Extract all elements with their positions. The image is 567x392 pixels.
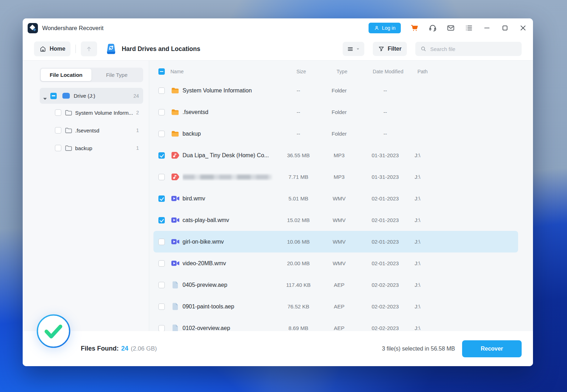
support-headset-icon[interactable] bbox=[428, 24, 437, 32]
folder-icon bbox=[171, 109, 179, 115]
file-date-modified: 02-01-2023 bbox=[359, 195, 412, 201]
row-checkbox[interactable] bbox=[158, 195, 165, 202]
filter-button[interactable]: Filter bbox=[373, 42, 407, 56]
file-date-modified: 02-01-2023 bbox=[359, 239, 412, 245]
file-size: 36.55 MB bbox=[277, 152, 320, 158]
table-row[interactable]: girl-on-bike.wmv 10.06 MB WMV 02-01-2023… bbox=[153, 231, 518, 252]
tree-node-drive[interactable]: Drive (J:) 24 bbox=[40, 88, 143, 104]
drive-icon bbox=[62, 92, 71, 99]
document-file-icon bbox=[172, 281, 179, 289]
table-row[interactable]: cats-play-ball.wmv 15.02 MB WMV 02-01-20… bbox=[153, 209, 518, 231]
folder-icon bbox=[170, 109, 180, 115]
navigate-up-button[interactable] bbox=[81, 41, 97, 56]
row-checkbox[interactable] bbox=[158, 152, 165, 159]
app-window: Wondershare Recoverit Log in bbox=[23, 18, 533, 366]
folder-checkbox[interactable] bbox=[55, 109, 61, 116]
file-date-modified: -- bbox=[359, 87, 412, 93]
footer-bar: Files Found: 24 (2.06 GB) 3 file(s) sele… bbox=[23, 331, 533, 366]
search-box[interactable] bbox=[415, 42, 522, 56]
tree-node-folder[interactable]: backup 1 bbox=[40, 139, 143, 157]
home-label: Home bbox=[50, 46, 65, 52]
file-path: J:\ bbox=[412, 239, 518, 245]
login-button[interactable]: Log in bbox=[369, 23, 401, 33]
mail-icon[interactable] bbox=[447, 24, 455, 32]
video-icon bbox=[170, 260, 180, 267]
select-all-checkbox[interactable] bbox=[158, 68, 165, 75]
file-path: J:\ bbox=[412, 217, 518, 223]
files-found-label: Files Found: bbox=[81, 345, 119, 352]
folder-icon bbox=[170, 130, 180, 137]
file-date-modified: 02-01-2023 bbox=[359, 260, 412, 266]
file-name: .fseventsd bbox=[183, 109, 277, 115]
file-date-modified: 01-31-2023 bbox=[359, 152, 412, 158]
table-row[interactable]: video-20MB.wmv 20.00 MB WMV 02-01-2023 J… bbox=[153, 252, 518, 274]
table-row[interactable]: 0901-paint-tools.aep 76.52 KB AEP 02-02-… bbox=[153, 296, 518, 317]
folder-outline-icon bbox=[65, 127, 72, 133]
document-file-icon bbox=[172, 302, 179, 311]
folder-outline-icon bbox=[65, 145, 72, 151]
row-checkbox[interactable] bbox=[158, 260, 165, 267]
tree-node-label: .fseventsd bbox=[75, 127, 136, 133]
table-row[interactable]: 7.71 MB MP3 01-31-2023 J:\ bbox=[153, 166, 518, 188]
table-row[interactable]: .fseventsd -- Folder -- bbox=[153, 101, 518, 123]
row-checkbox[interactable] bbox=[158, 239, 165, 245]
tree-node-count: 1 bbox=[136, 127, 139, 133]
file-name: video-20MB.wmv bbox=[183, 260, 277, 267]
file-date-modified: 02-02-2023 bbox=[359, 282, 412, 288]
file-path: J:\ bbox=[412, 260, 518, 266]
file-date-modified: -- bbox=[359, 131, 412, 137]
column-header-path[interactable]: Path bbox=[415, 69, 518, 74]
row-checkbox[interactable] bbox=[158, 87, 165, 94]
row-checkbox[interactable] bbox=[158, 303, 165, 310]
table-row[interactable]: backup -- Folder -- bbox=[153, 123, 518, 144]
table-row[interactable]: Dua Lipa_ Tiny Desk (Home) Co... 36.55 M… bbox=[153, 144, 518, 166]
video-icon bbox=[170, 195, 180, 202]
drive-checkbox[interactable] bbox=[50, 93, 57, 99]
files-found-size: (2.06 GB) bbox=[131, 345, 157, 352]
column-header-name[interactable]: Name bbox=[170, 69, 280, 74]
file-date-modified: 02-02-2023 bbox=[359, 325, 412, 331]
home-icon bbox=[39, 45, 46, 52]
video-file-icon bbox=[171, 195, 180, 202]
column-header-date[interactable]: Date Modified bbox=[361, 69, 415, 74]
tab-file-location[interactable]: File Location bbox=[41, 69, 91, 81]
user-icon bbox=[374, 25, 380, 31]
task-list-icon[interactable] bbox=[465, 24, 473, 32]
tree-expand-chevron-icon[interactable] bbox=[43, 95, 47, 97]
row-checkbox[interactable] bbox=[158, 282, 165, 288]
home-button[interactable]: Home bbox=[34, 41, 71, 56]
tab-file-type[interactable]: File Type bbox=[91, 69, 142, 81]
file-table: Name Size Type Date Modified Path System… bbox=[149, 61, 533, 331]
view-menu-button[interactable] bbox=[343, 42, 364, 56]
file-path: J:\ bbox=[412, 174, 518, 180]
close-button[interactable] bbox=[519, 24, 527, 32]
table-row[interactable]: bird.wmv 5.01 MB WMV 02-01-2023 J:\ bbox=[153, 188, 518, 209]
recover-button[interactable]: Recover bbox=[462, 340, 522, 357]
tree-children: System Volume Inform... 2 .fseventsd 1 b… bbox=[40, 104, 143, 157]
tree-node-folder[interactable]: System Volume Inform... 2 bbox=[40, 104, 143, 121]
folder-checkbox[interactable] bbox=[55, 145, 61, 151]
video-file-icon bbox=[171, 238, 180, 245]
row-checkbox[interactable] bbox=[158, 131, 165, 137]
row-checkbox[interactable] bbox=[158, 174, 165, 180]
row-checkbox[interactable] bbox=[158, 217, 165, 223]
table-row[interactable]: 0102-overview.aep 8.69 MB AEP 02-02-2023… bbox=[153, 317, 518, 331]
row-checkbox[interactable] bbox=[158, 109, 165, 115]
login-label: Log in bbox=[382, 25, 395, 31]
minimize-button[interactable] bbox=[483, 24, 491, 32]
search-input[interactable] bbox=[430, 46, 517, 52]
table-row[interactable]: 0405-preview.aep 117.40 KB AEP 02-02-202… bbox=[153, 274, 518, 296]
column-header-size[interactable]: Size bbox=[280, 69, 322, 74]
table-row[interactable]: System Volume Information -- Folder -- bbox=[153, 80, 518, 101]
file-name: cats-play-ball.wmv bbox=[183, 217, 277, 223]
selection-summary: 3 file(s) selected in 56.58 MB bbox=[382, 346, 455, 352]
tree-node-folder[interactable]: .fseventsd 1 bbox=[40, 121, 143, 139]
file-path: J:\ bbox=[412, 303, 518, 309]
maximize-button[interactable] bbox=[501, 24, 509, 32]
file-name: 0102-overview.aep bbox=[183, 325, 277, 331]
column-header-type[interactable]: Type bbox=[322, 69, 361, 74]
folder-checkbox[interactable] bbox=[55, 127, 61, 133]
row-checkbox[interactable] bbox=[158, 325, 165, 331]
cart-icon[interactable] bbox=[410, 24, 419, 32]
file-name: backup bbox=[183, 131, 277, 137]
